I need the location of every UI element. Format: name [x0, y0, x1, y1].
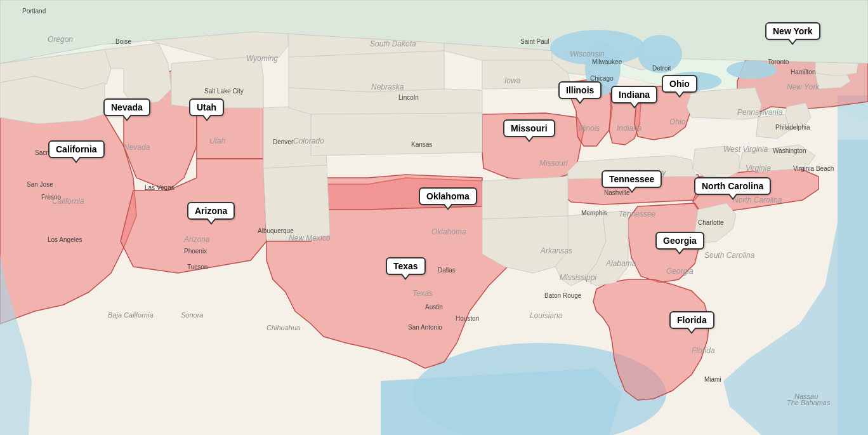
- state-label-new-york[interactable]: New York: [765, 22, 820, 40]
- state-label-north-carolina[interactable]: North Carolina: [694, 177, 771, 195]
- svg-point-14: [727, 61, 777, 79]
- state-label-florida[interactable]: Florida: [669, 311, 714, 329]
- state-label-missouri[interactable]: Missouri: [503, 119, 555, 137]
- state-label-texas[interactable]: Texas: [386, 257, 426, 275]
- state-label-utah[interactable]: Utah: [189, 98, 224, 116]
- state-label-indiana[interactable]: Indiana: [611, 86, 657, 104]
- state-label-arizona[interactable]: Arizona: [187, 202, 235, 220]
- state-label-nevada[interactable]: Nevada: [103, 98, 150, 116]
- state-label-california[interactable]: California: [48, 140, 105, 158]
- state-label-ohio[interactable]: Ohio: [662, 75, 697, 93]
- state-label-tennessee[interactable]: Tennessee: [602, 170, 662, 188]
- state-label-oklahoma[interactable]: Oklahoma: [419, 187, 477, 205]
- state-label-illinois[interactable]: Illinois: [558, 81, 602, 99]
- map-container: PortlandBoiseSalt Lake CityDenverAlbuque…: [0, 0, 868, 435]
- svg-point-12: [638, 35, 682, 73]
- map-svg: [0, 0, 868, 435]
- state-label-georgia[interactable]: Georgia: [655, 232, 704, 250]
